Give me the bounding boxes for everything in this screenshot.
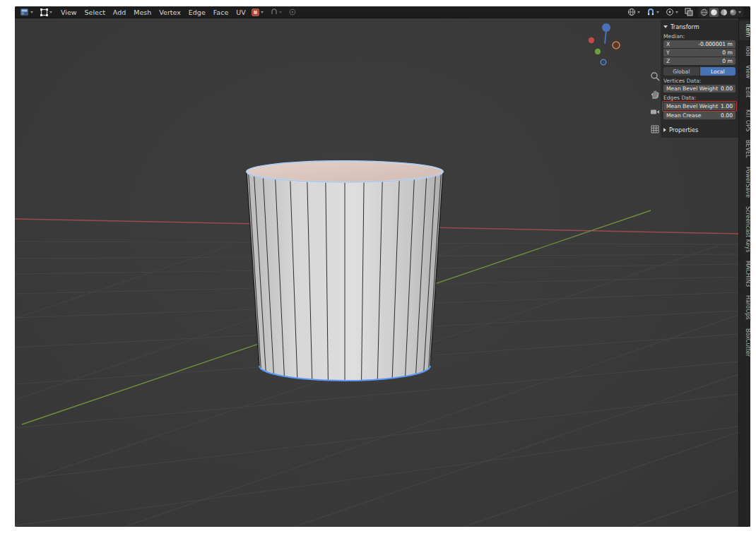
active-tool-red-icon[interactable] — [250, 8, 265, 17]
median-x-value: -0.000001 m — [698, 41, 733, 47]
collapse-caret-icon — [663, 128, 666, 132]
sidebar-tab-strip: Item Tool View Edit KIT OPS BEVEL PowerS… — [738, 18, 750, 527]
pan-hand-icon[interactable] — [649, 88, 661, 100]
tab-view[interactable]: View — [739, 61, 750, 82]
shading-solid-icon[interactable] — [709, 8, 719, 17]
menu-uv[interactable]: UV — [236, 8, 245, 16]
chevron-down-icon — [675, 11, 678, 13]
edges-data-group: Mean Bevel Weight 1.00 Mean Crease 0.00 — [663, 102, 736, 119]
transform-panel-title: Transform — [671, 23, 699, 30]
header-right-icons — [626, 7, 743, 18]
tab-bevel[interactable]: BEVEL — [739, 136, 750, 162]
snapping-icon[interactable] — [269, 8, 283, 17]
vertex-mean-bevel-weight-value: 0.00 — [721, 85, 733, 92]
shading-wireframe-icon[interactable] — [700, 8, 708, 16]
local-button[interactable]: Local — [700, 67, 736, 76]
rendered-sphere-glyph — [729, 8, 737, 16]
editor-type-icon[interactable] — [19, 8, 35, 17]
tab-kit-ops[interactable]: KIT OPS — [739, 106, 750, 135]
vertex-mean-bevel-weight-label: Mean Bevel Weight — [666, 85, 718, 92]
menu-select[interactable]: Select — [85, 8, 105, 16]
chevron-down-icon — [738, 11, 741, 13]
gizmo-y-axis — [595, 49, 601, 54]
edit-mode-cube-glyph — [40, 8, 48, 16]
zoom-icon[interactable] — [649, 71, 661, 82]
main-area: Transform Median: X -0.000001 m Y 0 m Z … — [15, 18, 750, 527]
orientation-globe-glyph — [627, 8, 636, 16]
properties-panel-title: Properties — [669, 126, 698, 133]
median-y-field[interactable]: Y 0 m — [663, 49, 736, 56]
chevron-down-icon — [49, 11, 52, 13]
sidebar-panel: Transform Median: X -0.000001 m Y 0 m Z … — [661, 20, 738, 138]
mode-selector-icon[interactable] — [39, 8, 54, 17]
chevron-down-icon — [261, 11, 264, 13]
tab-edit[interactable]: Edit — [739, 83, 750, 102]
median-label: Median: — [663, 32, 736, 40]
tab-screencast-keys[interactable]: Screencast Keys — [739, 203, 750, 256]
snap-magnet-icon[interactable] — [645, 8, 661, 17]
tab-boxcutter[interactable]: BoxCutter — [739, 325, 750, 360]
viewport-canvas — [15, 18, 750, 527]
menu-face[interactable]: Face — [213, 8, 228, 16]
navigation-gizmo[interactable] — [579, 20, 630, 71]
xray-glyph — [685, 8, 693, 16]
menu-bar: View Select Add Mesh Vertex Edge Face UV — [61, 8, 246, 16]
properties-panel-header[interactable]: Properties — [663, 125, 736, 134]
viewport-header: View Select Add Mesh Vertex Edge Face UV — [15, 6, 750, 18]
transform-orientation-icon[interactable] — [626, 8, 642, 17]
axis-gizmo-glyph — [579, 20, 630, 71]
transform-panel-header[interactable]: Transform — [663, 22, 736, 31]
xray-toggle-icon[interactable] — [683, 8, 695, 17]
gizmo-z-axis — [602, 23, 610, 32]
gizmo-z-neg-axis — [601, 59, 606, 65]
menu-vertex[interactable]: Vertex — [159, 8, 181, 16]
tab-item[interactable]: Item — [739, 20, 750, 40]
edge-mean-bevel-weight-field[interactable]: Mean Bevel Weight 1.00 — [663, 102, 736, 110]
vertices-data-label: Vertices Data: — [663, 77, 736, 85]
median-y-value: 0 m — [722, 49, 733, 56]
pivot-glyph — [666, 8, 674, 16]
menu-add[interactable]: Add — [113, 8, 126, 16]
median-z-field[interactable]: Z 0 m — [663, 57, 736, 65]
edge-mean-crease-field[interactable]: Mean Crease 0.00 — [663, 112, 736, 119]
gizmo-x-axis — [589, 37, 594, 43]
chevron-down-icon — [637, 11, 640, 13]
median-x-field[interactable]: X -0.000001 m — [663, 40, 736, 48]
menu-mesh[interactable]: Mesh — [134, 8, 151, 16]
edges-data-label: Edges Data: — [663, 94, 736, 102]
editor-type-glyph — [20, 8, 29, 16]
solid-sphere-glyph — [710, 8, 718, 16]
proportional-glyph — [289, 8, 296, 16]
edge-mean-bevel-weight-value: 1.00 — [721, 103, 733, 109]
magnet-glyph — [646, 8, 655, 16]
orientation-toggle: Global Local — [663, 67, 736, 76]
median-x-label: X — [666, 41, 670, 47]
shading-rendered-icon[interactable] — [729, 8, 737, 16]
orthographic-grid-icon[interactable] — [649, 124, 661, 135]
tab-machin3[interactable]: MACHIN3 — [739, 257, 750, 290]
wireframe-sphere-glyph — [700, 8, 708, 16]
median-y-label: Y — [666, 49, 670, 56]
global-button[interactable]: Global — [663, 67, 699, 76]
viewport-3d[interactable]: Transform Median: X -0.000001 m Y 0 m Z … — [15, 18, 750, 527]
chevron-down-icon — [279, 11, 282, 13]
median-z-label: Z — [666, 58, 670, 64]
proportional-editing-icon[interactable] — [288, 8, 297, 17]
tab-tool[interactable]: Tool — [739, 42, 750, 60]
cylinder-mesh[interactable] — [247, 161, 443, 381]
shading-mode-group — [698, 7, 743, 18]
menu-edge[interactable]: Edge — [189, 8, 206, 16]
camera-view-icon[interactable] — [649, 106, 661, 117]
material-sphere-glyph — [720, 8, 728, 16]
shading-material-icon[interactable] — [720, 8, 728, 16]
pivot-point-icon[interactable] — [664, 8, 680, 17]
tab-hardops[interactable]: HardOps — [739, 292, 750, 323]
chevron-down-icon — [656, 11, 659, 13]
chevron-down-icon — [30, 11, 33, 13]
vertex-mean-bevel-weight-field[interactable]: Mean Bevel Weight 0.00 — [663, 85, 736, 93]
tab-powersave[interactable]: PowerSave — [739, 163, 750, 201]
median-z-value: 0 m — [722, 58, 733, 64]
collapse-caret-icon — [663, 25, 668, 28]
menu-view[interactable]: View — [61, 8, 77, 16]
blender-window: View Select Add Mesh Vertex Edge Face UV — [15, 6, 750, 527]
